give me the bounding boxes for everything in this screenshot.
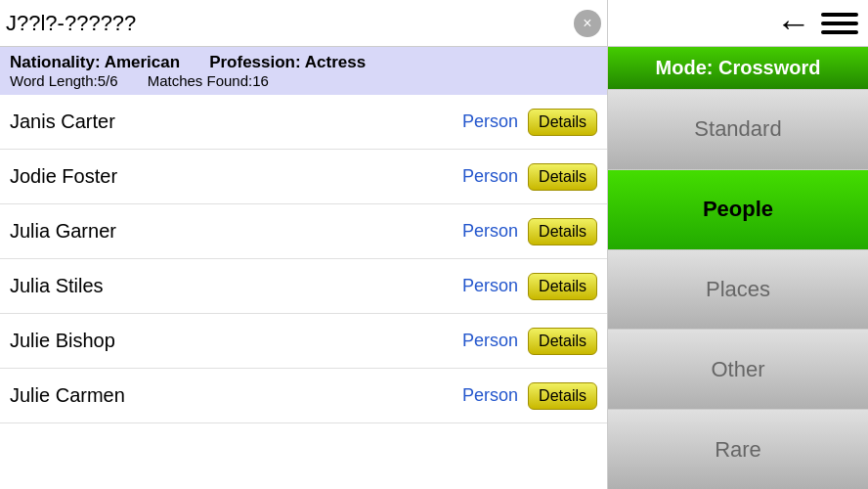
table-row: Julie CarmenPersonDetails: [0, 369, 607, 423]
result-name: Julia Garner: [10, 220, 450, 243]
details-button[interactable]: Details: [528, 109, 597, 136]
category-button-people[interactable]: People: [608, 169, 868, 249]
info-row-1: Nationality: American Profession: Actres…: [10, 53, 597, 72]
results-list: Janis CarterPersonDetailsJodie FosterPer…: [0, 95, 607, 489]
result-name: Julia Stiles: [10, 275, 450, 297]
result-type: Person: [450, 221, 518, 242]
details-button[interactable]: Details: [528, 273, 597, 300]
result-type: Person: [450, 276, 518, 296]
category-button-rare[interactable]: Rare: [608, 409, 868, 489]
result-type: Person: [450, 331, 518, 351]
top-icons-row: ←: [608, 0, 868, 47]
menu-line-3: [821, 30, 858, 34]
matches-found-label: Matches Found:16: [148, 72, 269, 89]
result-name: Jodie Foster: [10, 165, 450, 188]
category-button-places[interactable]: Places: [608, 249, 868, 330]
menu-icon[interactable]: [821, 13, 858, 34]
table-row: Janis CarterPersonDetails: [0, 95, 607, 150]
details-button[interactable]: Details: [528, 328, 597, 355]
result-type: Person: [450, 166, 518, 187]
search-bar: ×: [0, 0, 607, 47]
result-name: Janis Carter: [10, 111, 450, 133]
word-length-label: Word Length:5/6: [10, 72, 118, 89]
result-name: Julie Carmen: [10, 384, 450, 407]
right-panel: ← Mode: Crossword StandardPeoplePlacesOt…: [608, 0, 868, 489]
info-bar: Nationality: American Profession: Actres…: [0, 47, 607, 95]
category-button-standard[interactable]: Standard: [608, 89, 868, 169]
details-button[interactable]: Details: [528, 382, 597, 410]
profession-label: Profession: Actress: [209, 53, 366, 72]
clear-button[interactable]: ×: [574, 10, 601, 37]
table-row: Julia StilesPersonDetails: [0, 259, 607, 314]
result-name: Julie Bishop: [10, 330, 450, 352]
left-panel: × Nationality: American Profession: Actr…: [0, 0, 608, 489]
result-type: Person: [450, 111, 518, 132]
nationality-label: Nationality: American: [10, 53, 180, 72]
back-arrow-icon[interactable]: ←: [776, 6, 811, 41]
mode-button[interactable]: Mode: Crossword: [608, 47, 868, 89]
table-row: Julia GarnerPersonDetails: [0, 204, 607, 259]
search-input[interactable]: [6, 11, 568, 36]
table-row: Jodie FosterPersonDetails: [0, 150, 607, 204]
info-row-2: Word Length:5/6 Matches Found:16: [10, 72, 597, 89]
table-row: Julie BishopPersonDetails: [0, 314, 607, 369]
menu-line-1: [821, 13, 858, 17]
details-button[interactable]: Details: [528, 163, 597, 191]
categories-list: StandardPeoplePlacesOtherRare: [608, 89, 868, 489]
category-button-other[interactable]: Other: [608, 329, 868, 409]
details-button[interactable]: Details: [528, 218, 597, 245]
menu-line-2: [821, 22, 858, 25]
result-type: Person: [450, 385, 518, 406]
